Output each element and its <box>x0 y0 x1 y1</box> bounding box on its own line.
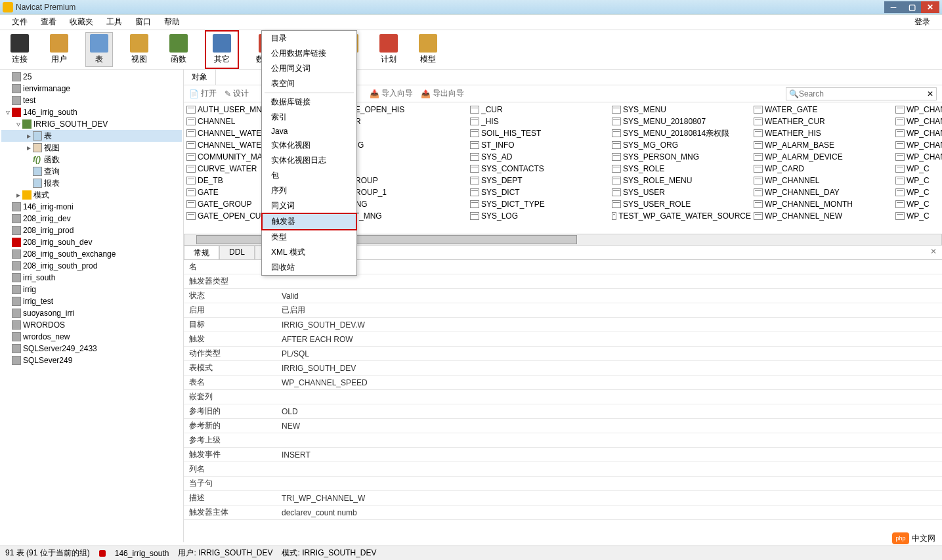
table-item[interactable]: WP_C <box>894 198 942 210</box>
table-item[interactable]: SYS_MG_ORG <box>610 139 752 151</box>
tree-item[interactable]: 报表 <box>1 177 182 189</box>
table-item[interactable]: WEATHER_CUR <box>752 116 894 127</box>
dropdown-item[interactable]: 公用同义词 <box>262 61 356 76</box>
tree-item[interactable]: irrig <box>1 284 182 295</box>
table-item[interactable]: SYS_DICT <box>469 186 610 198</box>
maximize-button[interactable]: ▢ <box>903 1 921 13</box>
table-item[interactable]: WATER_GATE <box>752 104 894 116</box>
clear-search-icon[interactable]: ✕ <box>927 89 933 98</box>
menu-tools[interactable]: 工具 <box>100 15 129 29</box>
dropdown-item[interactable]: 实体化视图 <box>262 138 356 153</box>
table-item[interactable]: SYS_ROLE <box>610 163 752 175</box>
design-table-button[interactable]: ✎设计 <box>225 88 249 99</box>
object-tab[interactable]: 对象 <box>184 70 216 85</box>
table-item[interactable]: SYS_DEPT <box>469 175 610 186</box>
export-wizard-button[interactable]: 📤导出向导 <box>421 88 464 99</box>
table-item[interactable]: SYS_MENU_20180807 <box>610 116 752 127</box>
tree-item[interactable]: ▸模式 <box>1 189 182 201</box>
table-item[interactable]: SYS_ROLE_MENU <box>610 175 752 186</box>
table-item[interactable]: WP_CHANNEL_WATER_HIS <box>894 151 942 163</box>
table-item[interactable]: SYS_PERSON_MNG <box>610 151 752 163</box>
search-input[interactable] <box>799 89 927 98</box>
table-item[interactable]: SYS_USER <box>610 186 752 198</box>
table-item[interactable]: SYS_MENU_20180814亲权限 <box>610 127 752 139</box>
table-item[interactable]: WP_CHANNEL_SPEED <box>894 116 942 127</box>
table-item[interactable]: WP_CHANNEL_WATER_DAY <box>894 127 942 139</box>
tree-item[interactable]: 208_irrig_dev <box>1 213 182 225</box>
tree-item[interactable]: 208_irrig_south_prod <box>1 260 182 272</box>
close-button[interactable]: ✕ <box>921 1 939 13</box>
toolbar-view[interactable]: 视图 <box>126 33 152 66</box>
table-item[interactable]: WP_CHANNEL_WATER_DIF <box>894 139 942 151</box>
table-item[interactable]: WP_C <box>894 175 942 186</box>
toolbar-plan[interactable]: 计划 <box>375 33 402 66</box>
table-item[interactable]: SYS_AD <box>469 151 610 163</box>
table-item[interactable]: ST_INFO <box>469 139 610 151</box>
table-item[interactable]: SYS_CONTACTS <box>469 163 610 175</box>
tree-item[interactable]: 208_irrig_south_exchange <box>1 248 182 260</box>
table-item[interactable]: WP_CHANNEL_Q <box>894 104 942 116</box>
tree-item[interactable]: 查询 <box>1 165 182 177</box>
dropdown-item[interactable]: Java <box>262 125 356 138</box>
toolbar-other[interactable]: 其它 <box>205 30 239 69</box>
tree-item[interactable]: test <box>1 95 182 106</box>
tree-item[interactable]: wrordos_new <box>1 331 182 343</box>
tree-item[interactable]: f()函数 <box>1 154 182 165</box>
minimize-button[interactable]: ─ <box>884 1 903 13</box>
tab-general[interactable]: 常规 <box>184 246 219 259</box>
dropdown-item[interactable]: 目录 <box>262 31 356 46</box>
connection-tree[interactable]: 25ienvirmanagetest▿146_irrig_south▿IRRIG… <box>0 70 184 542</box>
import-wizard-button[interactable]: 📥导入向导 <box>370 88 413 99</box>
table-item[interactable]: WP_CHANNEL_MONTH <box>752 198 894 210</box>
tree-item[interactable]: ▸视图 <box>1 142 182 154</box>
tree-item[interactable]: 208_irrig_souh_dev <box>1 236 182 248</box>
search-box[interactable]: 🔍 ✕ <box>786 87 937 100</box>
tree-item[interactable]: irrig_test <box>1 295 182 307</box>
table-item[interactable]: SYS_DICT_TYPE <box>469 198 610 210</box>
dropdown-item[interactable]: 实体化视图日志 <box>262 153 356 168</box>
dropdown-item[interactable]: 同义词 <box>262 198 356 213</box>
table-item[interactable]: WEATHER_HIS <box>752 127 894 139</box>
dropdown-item[interactable]: 数据库链接 <box>262 95 356 110</box>
dropdown-item[interactable]: 包 <box>262 168 356 183</box>
table-item[interactable]: SYS_USER_ROLE <box>610 198 752 210</box>
dropdown-item[interactable]: 类型 <box>262 230 356 245</box>
table-item[interactable]: WP_CHANNEL_NEW <box>752 210 894 222</box>
tree-item[interactable]: ▿IRRIG_SOUTH_DEV <box>1 118 182 130</box>
tree-item[interactable]: SQLServer249_2433 <box>1 343 182 355</box>
table-item[interactable]: SOIL_HIS_TEST <box>469 127 610 139</box>
dropdown-item[interactable]: 触发器 <box>261 213 357 230</box>
menu-favorites[interactable]: 收藏夹 <box>63 15 100 29</box>
table-item[interactable]: _CUR <box>469 104 610 116</box>
menu-view[interactable]: 查看 <box>34 15 63 29</box>
login-link[interactable]: 登录 <box>908 15 937 29</box>
dropdown-item[interactable]: 序列 <box>262 183 356 198</box>
tree-item[interactable]: WRORDOS <box>1 319 182 331</box>
table-item[interactable]: WP_CHANNEL_DAY <box>752 186 894 198</box>
tab-ddl[interactable]: DDL <box>219 246 255 259</box>
table-item[interactable]: TEST_WP_GATE_WATER_SOURCE <box>610 210 752 222</box>
open-table-button[interactable]: 📄打开 <box>189 88 217 99</box>
tree-item[interactable]: 25 <box>1 71 182 83</box>
tree-item[interactable]: ▿146_irrig_south <box>1 106 182 118</box>
close-panel-button[interactable]: ✕ <box>925 246 942 259</box>
table-item[interactable]: WP_ALARM_DEVICE <box>752 151 894 163</box>
tree-item[interactable]: ienvirmanage <box>1 83 182 95</box>
toolbar-table[interactable]: 表 <box>85 32 113 67</box>
menu-window[interactable]: 窗口 <box>129 15 158 29</box>
table-item[interactable]: WP_CHANNEL <box>752 175 894 186</box>
table-item[interactable]: WP_C <box>894 186 942 198</box>
toolbar-model[interactable]: 模型 <box>415 33 441 66</box>
tree-item[interactable]: 146_irrig-moni <box>1 201 182 213</box>
toolbar-function[interactable]: 函数 <box>165 33 192 66</box>
toolbar-connect[interactable]: 连接 <box>7 33 33 66</box>
table-item[interactable]: WP_C <box>894 210 942 222</box>
dropdown-item[interactable]: XML 模式 <box>262 245 356 260</box>
table-item[interactable]: WP_C <box>894 163 942 175</box>
toolbar-user[interactable]: 用户 <box>46 33 72 66</box>
dropdown-item[interactable]: 回收站 <box>262 260 356 275</box>
menu-help[interactable]: 帮助 <box>158 15 186 29</box>
table-item[interactable]: WP_ALARM_BASE <box>752 139 894 151</box>
table-item[interactable]: WP_CARD <box>752 163 894 175</box>
table-item[interactable]: SYS_LOG <box>469 210 610 222</box>
